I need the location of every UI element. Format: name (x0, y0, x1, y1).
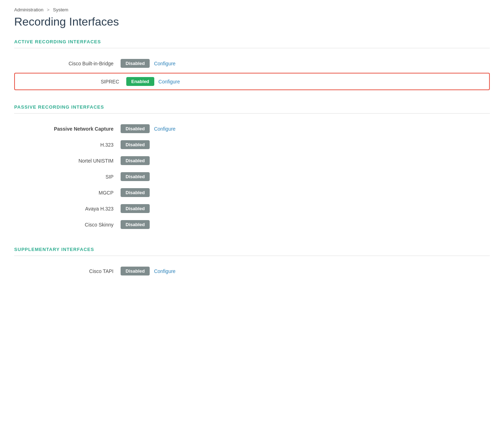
sip-row: SIP Disabled (14, 169, 490, 185)
cisco-tapi-status-badge: Disabled (121, 267, 150, 275)
breadcrumb-separator: > (47, 7, 50, 12)
active-recording-section: ACTIVE RECORDING INTERFACES Cisco Built-… (14, 39, 490, 90)
sip-label: SIP (14, 174, 121, 180)
nortel-unistim-status-badge: Disabled (121, 156, 150, 165)
active-section-divider (14, 48, 490, 48)
siprec-configure-link[interactable]: Configure (159, 79, 180, 84)
mgcp-label: MGCP (14, 190, 121, 196)
cisco-bib-label: Cisco Built-in-Bridge (14, 61, 121, 66)
passive-section-divider (14, 113, 490, 114)
active-section-heading: ACTIVE RECORDING INTERFACES (14, 39, 490, 44)
mgcp-row: MGCP Disabled (14, 185, 490, 201)
siprec-label: SIPREC (20, 79, 126, 84)
page-title: Recording Interfaces (14, 15, 490, 28)
cisco-bib-status-badge: Disabled (121, 59, 150, 68)
cisco-tapi-row: Cisco TAPI Disabled Configure (14, 263, 490, 279)
cisco-skinny-row: Cisco Skinny Disabled (14, 217, 490, 233)
supplementary-section-heading: SUPPLEMENTARY INTERFACES (14, 247, 490, 252)
cisco-skinny-label: Cisco Skinny (14, 222, 121, 228)
cisco-tapi-label: Cisco TAPI (14, 268, 121, 274)
h323-row: H.323 Disabled (14, 137, 490, 153)
passive-section-heading: PASSIVE RECORDING INTERFACES (14, 104, 490, 110)
passive-network-capture-status-badge: Disabled (121, 124, 150, 133)
siprec-status-badge: Enabled (126, 77, 154, 86)
cisco-bib-row: Cisco Built-in-Bridge Disabled Configure (14, 55, 490, 71)
breadcrumb-current: System (53, 7, 68, 12)
passive-network-capture-configure-link[interactable]: Configure (154, 126, 176, 132)
nortel-unistim-label: Nortel UNISTIM (14, 158, 121, 164)
supplementary-section-divider (14, 256, 490, 256)
nortel-unistim-row: Nortel UNISTIM Disabled (14, 153, 490, 169)
h323-status-badge: Disabled (121, 140, 150, 149)
passive-network-capture-label: Passive Network Capture (14, 126, 121, 132)
breadcrumb-parent-link[interactable]: Administration (14, 7, 43, 12)
mgcp-status-badge: Disabled (121, 188, 150, 197)
avaya-h323-status-badge: Disabled (121, 204, 150, 213)
cisco-tapi-configure-link[interactable]: Configure (154, 268, 176, 274)
avaya-h323-label: Avaya H.323 (14, 206, 121, 212)
h323-label: H.323 (14, 142, 121, 148)
page-container: Administration > System Recording Interf… (0, 0, 504, 426)
breadcrumb: Administration > System (14, 7, 490, 12)
avaya-h323-row: Avaya H.323 Disabled (14, 201, 490, 217)
passive-network-capture-row: Passive Network Capture Disabled Configu… (14, 121, 490, 137)
siprec-row: SIPREC Enabled Configure (14, 73, 490, 90)
sip-status-badge: Disabled (121, 172, 150, 181)
supplementary-section: SUPPLEMENTARY INTERFACES Cisco TAPI Disa… (14, 247, 490, 279)
cisco-bib-configure-link[interactable]: Configure (154, 61, 176, 66)
passive-recording-section: PASSIVE RECORDING INTERFACES Passive Net… (14, 104, 490, 233)
cisco-skinny-status-badge: Disabled (121, 220, 150, 229)
